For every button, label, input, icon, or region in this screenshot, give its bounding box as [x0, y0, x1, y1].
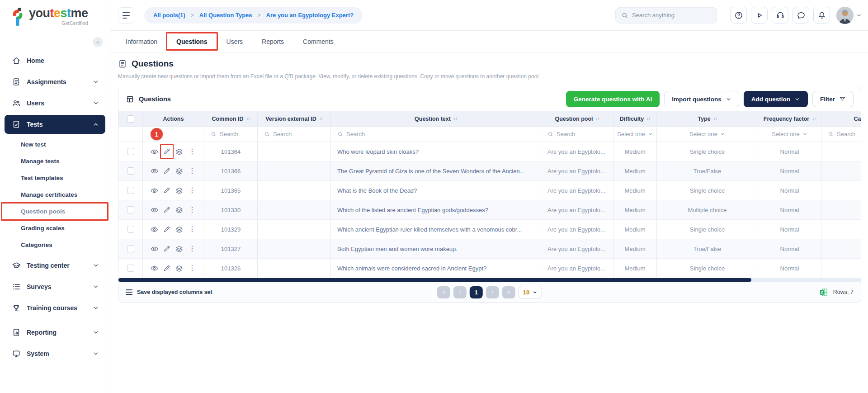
- sort-icon[interactable]: ↓↑: [596, 116, 599, 121]
- question-text-value[interactable]: Which animals were considered sacred in …: [337, 265, 486, 272]
- edit-question-button[interactable]: [163, 245, 171, 253]
- sidebar-item-manage-tests[interactable]: Manage tests: [0, 153, 110, 170]
- user-menu[interactable]: [836, 7, 862, 24]
- question-text-value[interactable]: Who wore leopard skin cloaks?: [337, 148, 419, 155]
- preview-question-button[interactable]: [150, 264, 159, 273]
- sidebar-item-test-templates[interactable]: Test templates: [0, 170, 110, 186]
- pagination-next-button[interactable]: ›: [486, 286, 499, 298]
- sort-icon[interactable]: ↓↑: [646, 116, 650, 121]
- add-question-button[interactable]: Add question: [744, 91, 808, 107]
- edit-question-button[interactable]: [163, 264, 171, 272]
- import-questions-button[interactable]: Import questions: [664, 91, 739, 107]
- sidebar-collapse-button[interactable]: «: [93, 37, 103, 47]
- edit-question-button[interactable]: [163, 147, 171, 156]
- sidebar-item-home[interactable]: Home: [5, 51, 105, 70]
- breadcrumb-link-current-pool[interactable]: Are you an Egyptology Expert?: [266, 12, 354, 19]
- question-text-value[interactable]: Both Egyptian men and women wore makeup.: [337, 246, 458, 252]
- preview-question-button[interactable]: [150, 225, 159, 234]
- copy-move-question-button[interactable]: [175, 225, 184, 234]
- more-actions-button[interactable]: ⋮: [188, 265, 197, 272]
- preview-question-button[interactable]: [150, 245, 159, 253]
- video-tutorials-button[interactable]: [751, 7, 768, 24]
- preview-question-button[interactable]: [150, 147, 159, 156]
- column-header-version-external-id[interactable]: Version external ID↓↑: [258, 111, 331, 126]
- save-columns-button[interactable]: Save displayed columns set: [126, 289, 212, 295]
- pagination-first-button[interactable]: «: [437, 286, 450, 298]
- sidebar-item-new-test[interactable]: New test: [0, 136, 110, 153]
- preview-question-button[interactable]: [150, 167, 159, 175]
- tab-comments[interactable]: Comments: [295, 31, 341, 52]
- filter-type-select[interactable]: Select one: [657, 131, 758, 137]
- copy-move-question-button[interactable]: [175, 167, 184, 175]
- filter-button[interactable]: Filter: [812, 91, 854, 107]
- edit-question-button[interactable]: [163, 206, 171, 214]
- more-actions-button[interactable]: ⋮: [188, 245, 197, 252]
- row-checkbox[interactable]: [127, 206, 134, 213]
- messages-button[interactable]: [793, 7, 809, 24]
- sidebar-item-testing-center[interactable]: Testing center: [5, 256, 105, 275]
- copy-move-question-button[interactable]: [175, 186, 184, 195]
- sidebar-item-grading-scales[interactable]: Grading scales: [0, 220, 110, 237]
- more-actions-button[interactable]: ⋮: [188, 148, 197, 155]
- column-header-categories[interactable]: Ca: [821, 111, 861, 126]
- copy-move-question-button[interactable]: [175, 264, 184, 273]
- generate-questions-ai-button[interactable]: Generate questions with AI: [566, 91, 660, 107]
- more-actions-button[interactable]: ⋮: [188, 206, 197, 213]
- row-checkbox[interactable]: [127, 167, 134, 175]
- tab-users[interactable]: Users: [219, 31, 251, 52]
- filter-version-external-id-input[interactable]: [273, 131, 330, 137]
- edit-question-button[interactable]: [163, 225, 171, 233]
- global-search-input[interactable]: [632, 12, 711, 19]
- sidebar-item-assignments[interactable]: Assignments: [5, 72, 105, 91]
- sidebar-item-surveys[interactable]: Surveys: [5, 277, 105, 296]
- column-header-question-text[interactable]: Question text↓↑: [331, 111, 541, 126]
- more-actions-button[interactable]: ⋮: [188, 226, 197, 233]
- sidebar-item-training-courses[interactable]: Training courses: [5, 298, 105, 317]
- horizontal-scrollbar-thumb[interactable]: [118, 278, 751, 282]
- sidebar-item-system[interactable]: System: [5, 344, 105, 363]
- sort-icon[interactable]: ↓↑: [246, 116, 250, 121]
- column-header-common-id[interactable]: Common ID↓↑: [204, 111, 258, 126]
- row-checkbox[interactable]: [127, 265, 134, 272]
- sidebar-item-question-pools[interactable]: Question pools: [0, 203, 110, 220]
- row-checkbox[interactable]: [127, 187, 134, 194]
- pagination-last-button[interactable]: »: [502, 286, 515, 298]
- select-all-checkbox[interactable]: [127, 115, 134, 123]
- sort-icon[interactable]: ↓↑: [812, 116, 816, 121]
- tab-questions[interactable]: Questions: [169, 31, 215, 52]
- sort-icon[interactable]: ↓↑: [319, 116, 323, 121]
- page-size-select[interactable]: 10: [519, 286, 542, 298]
- support-button[interactable]: [772, 7, 788, 24]
- help-button[interactable]: [730, 7, 747, 24]
- export-excel-button[interactable]: [820, 289, 828, 296]
- pagination-prev-button[interactable]: ‹: [453, 286, 467, 298]
- sidebar-item-users[interactable]: Users: [5, 94, 105, 113]
- filter-common-id-input[interactable]: [220, 131, 257, 137]
- breadcrumb-link-all-question-types[interactable]: All Question Types: [199, 12, 252, 19]
- filter-difficulty-select[interactable]: Select one: [613, 131, 656, 137]
- sidebar-item-manage-certificates[interactable]: Manage certificates: [0, 186, 110, 203]
- question-text-value[interactable]: What is the Book of the Dead?: [337, 187, 417, 194]
- copy-move-question-button[interactable]: [175, 245, 184, 253]
- row-checkbox[interactable]: [127, 245, 134, 252]
- filter-frequency-factor-select[interactable]: Select one: [758, 131, 821, 137]
- question-text-value[interactable]: The Great Pyramid of Giza is one of the …: [337, 168, 525, 175]
- filter-question-text-input[interactable]: [346, 131, 541, 137]
- sort-icon[interactable]: ↓↑: [453, 116, 457, 121]
- more-actions-button[interactable]: ⋮: [188, 167, 197, 175]
- filter-categories-input[interactable]: [837, 131, 861, 137]
- tab-information[interactable]: Information: [118, 31, 165, 52]
- menu-toggle-button[interactable]: [118, 7, 134, 24]
- breadcrumb-link-all-pools[interactable]: All pools(1): [153, 12, 185, 19]
- column-header-difficulty[interactable]: Difficulty↓↑: [613, 111, 657, 126]
- edit-question-button[interactable]: [163, 167, 171, 175]
- column-header-frequency-factor[interactable]: Frequency factor↓↑: [758, 111, 821, 126]
- filter-question-pool-input[interactable]: [557, 131, 613, 137]
- sidebar-item-categories[interactable]: Categories: [0, 237, 110, 253]
- edit-question-button[interactable]: [163, 186, 171, 194]
- preview-question-button[interactable]: [150, 206, 159, 214]
- sidebar-item-tests[interactable]: Tests: [5, 115, 105, 134]
- column-header-type[interactable]: Type↓↑: [657, 111, 758, 126]
- copy-move-question-button[interactable]: [175, 206, 184, 214]
- notifications-button[interactable]: [813, 7, 830, 24]
